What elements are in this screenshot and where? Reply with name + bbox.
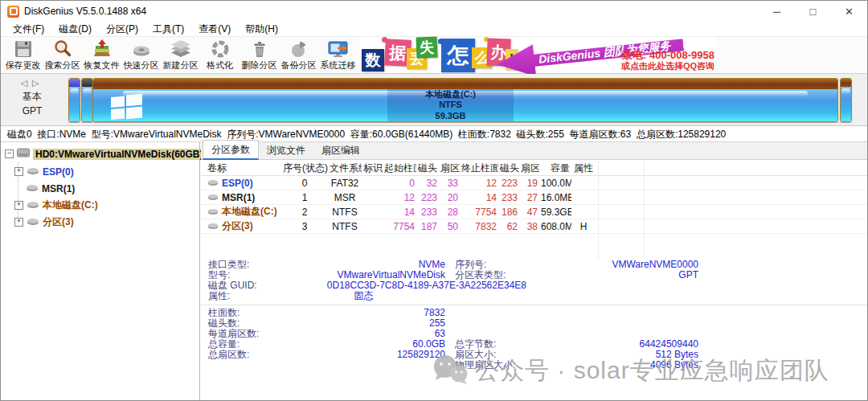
watermark: 公众号 · solar专业应急响应团队 [432, 354, 829, 387]
detail-row-heads: 磁头数: 255 [201, 318, 867, 329]
cell-start-sec: 50 [439, 221, 460, 232]
prev-disk-button[interactable]: ◁ [21, 78, 32, 88]
toolbar-button-label: 删除分区 [242, 59, 277, 72]
cell-seq: 2 [281, 207, 328, 218]
toolbar-button-label: 新建分区 [163, 59, 199, 72]
tree-item-msr[interactable]: MSR(1) [1, 181, 199, 196]
minimize-button[interactable]: ─ [759, 1, 795, 22]
toolbar-button-save-changes[interactable]: 保存更改 [3, 38, 43, 73]
cell-start-sec: 28 [439, 207, 460, 218]
expand-icon[interactable] [14, 167, 23, 176]
menu-item-tools[interactable]: 工具(T) [145, 23, 191, 36]
tree-root-item[interactable]: HD0:VMwareVirtualNVMeDisk(60GB) [1, 146, 199, 162]
tab-sector-edit[interactable]: 扇区编辑 [313, 141, 368, 159]
tab-browse-files[interactable]: 浏览文件 [259, 141, 313, 159]
toolbar-button-system-migration[interactable]: 系统迁移 [318, 38, 358, 73]
cell-seq: 0 [281, 178, 328, 189]
toolbar-button-label: 保存更改 [6, 59, 41, 72]
cell-end-sec: 19 [519, 178, 539, 189]
toolbar-button-new-partition[interactable]: 新建分区 [161, 38, 200, 73]
quick-partition-icon [131, 39, 152, 59]
table-row-partition-3[interactable]: 分区(3) 3 NTFS 7754 187 50 7832 62 38 608.… [201, 219, 867, 234]
cell-end-sec: 47 [519, 207, 539, 218]
ad-tile: 怎 [441, 39, 475, 72]
tree-item-label: MSR(1) [42, 183, 75, 194]
cell-capacity: 100.0MB [539, 178, 571, 189]
tree-item-label: ESP(0) [43, 166, 74, 178]
cell-volume: ESP(0) [222, 178, 253, 189]
ad-banner[interactable]: 数 据 丢 失 怎 么 办 ! DiskGenius 团队为您服务 致电: 40… [360, 37, 716, 73]
cell-end-sec: 38 [519, 221, 539, 232]
table-row-esp[interactable]: ESP(0) 0 FAT32 0 32 33 12 223 19 100.0MB [201, 176, 867, 190]
partition-bar-esp[interactable] [68, 78, 80, 122]
detail-value-total-sectors: 125829120 [282, 350, 445, 360]
toolbar-button-format[interactable]: 格式化 [200, 38, 240, 73]
toolbar-button-search-partition[interactable]: 搜索分区 [43, 38, 82, 73]
tree-item-esp[interactable]: ESP(0) [1, 164, 199, 179]
header-capacity: 容量 [539, 162, 571, 175]
toolbar-button-recover-files[interactable]: 恢复文件 [82, 38, 121, 73]
collapse-icon[interactable] [5, 149, 14, 158]
next-disk-button[interactable]: ▷ [32, 78, 43, 88]
cell-start-cyl: 14 [383, 207, 416, 218]
tree-root-label: HD0:VMwareVirtualNVMeDisk(60GB) [33, 149, 206, 160]
menu-item-disk[interactable]: 磁盘(D) [51, 23, 99, 36]
expand-icon[interactable] [14, 201, 23, 210]
partition-bar-c-fs: NTFS [439, 100, 462, 111]
cell-start-head: 233 [416, 207, 439, 218]
system-migration-icon [327, 39, 350, 59]
cell-end-cyl: 12 [460, 178, 498, 189]
menu-item-help[interactable]: 帮助(H) [238, 23, 285, 36]
cell-start-head: 32 [416, 178, 439, 189]
cell-capacity: 16.0MB [539, 192, 571, 203]
tab-partition-params[interactable]: 分区参数 [203, 140, 259, 160]
tree-item-partition-3[interactable]: 分区(3) [1, 215, 199, 230]
partition-bar-3[interactable] [840, 78, 852, 122]
cell-end-head: 233 [498, 192, 519, 203]
table-row-msr[interactable]: MSR(1) 1 MSR 12 223 20 14 233 27 16.0MB [201, 190, 867, 205]
detail-row-spt: 每道扇区数: 63 [201, 329, 867, 339]
expand-icon[interactable] [14, 218, 23, 227]
header-end-sec: 扇区 [519, 162, 539, 175]
cell-end-cyl: 7832 [460, 221, 498, 232]
disk-nav: ◁▷ 基本 GPT [1, 74, 63, 125]
search-partition-icon [52, 39, 73, 59]
toolbar-button-quick-partition[interactable]: 快速分区 [121, 38, 161, 73]
cell-end-head: 62 [498, 221, 519, 232]
ad-tile: 失 [416, 37, 438, 59]
toolbar: 保存更改 搜索分区 恢复文件 快速分区 新建分区 格式化 删除分区 备份分区 [1, 36, 867, 74]
toolbar-button-delete-partition[interactable]: 删除分区 [240, 38, 279, 73]
close-button[interactable]: ✕ [831, 1, 867, 22]
ad-qq-link[interactable]: 或点击此处选择QQ咨询 [621, 60, 714, 72]
cell-start-head: 223 [416, 192, 439, 203]
detail-row-attr: 属性: 固态 [201, 291, 867, 301]
header-filesystem: 文件系统 [328, 162, 362, 175]
partition-table: 卷标 序号(状态) 文件系统 标识 起始柱面 磁头 扇区 终止柱面 磁头 扇区 … [201, 162, 867, 234]
table-row-local-disk-c[interactable]: 本地磁盘(C:) 2 NTFS 14 233 28 7754 186 47 59… [201, 205, 867, 219]
header-start-head: 磁头 [416, 162, 439, 175]
disk-icon [26, 183, 39, 194]
detail-value-table-type: GPT [539, 270, 698, 280]
menu-item-file[interactable]: 文件(F) [6, 23, 51, 36]
disk-icon [27, 166, 39, 178]
details-divider [201, 305, 867, 305]
partition-bar-c-name: 本地磁盘(C:) [425, 89, 476, 100]
menu-item-view[interactable]: 查看(V) [191, 23, 238, 36]
new-partition-icon [170, 39, 191, 59]
cell-filesystem: NTFS [328, 207, 362, 218]
menu-item-partition[interactable]: 分区(P) [99, 23, 145, 36]
partition-style-label: 基本 [1, 90, 63, 104]
cell-start-head: 187 [416, 221, 439, 232]
maximize-button[interactable]: □ [795, 1, 831, 22]
partition-bar-c[interactable]: 本地磁盘(C:) NTFS 59.3GB [92, 78, 838, 122]
header-flag: 标识 [362, 162, 383, 175]
detail-row-capacity: 总容量: 60.0GB 总字节数: 64424509440 [201, 339, 867, 350]
toolbar-button-backup-partition[interactable]: 备份分区 [279, 38, 318, 73]
cell-seq: 1 [281, 192, 328, 203]
detail-row-guid: 磁盘 GUID: 0D18CC3D-7C8D-4189-A37E-3A22562… [201, 280, 867, 291]
wechat-icon [432, 354, 469, 387]
partition-bar-msr[interactable] [81, 78, 93, 122]
tree-item-local-disk-c[interactable]: 本地磁盘(C:) [1, 198, 199, 213]
detail-value-attr: 固态 [282, 291, 445, 301]
tree-panel: HD0:VMwareVirtualNVMeDisk(60GB) ESP(0) M… [1, 142, 200, 400]
